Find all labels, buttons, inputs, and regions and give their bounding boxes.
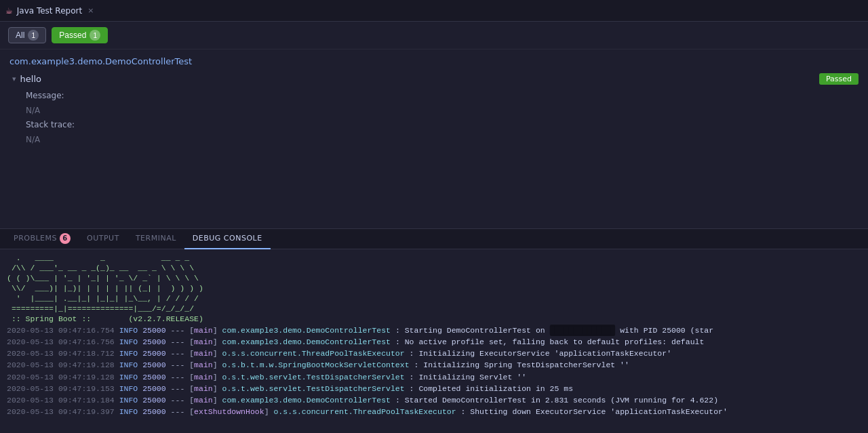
test-item-header: ▾ hello Passed [12, 73, 859, 85]
stack-trace-label: Stack trace: [26, 120, 75, 129]
panel-tabs: PROBLEMS 6 OUTPUT TERMINAL DEBUG CONSOLE [0, 229, 868, 249]
chevron-down-icon[interactable]: ▾ [12, 75, 16, 83]
message-label: Message: [26, 91, 64, 100]
tab-output[interactable]: OUTPUT [79, 229, 127, 249]
bottom-panel: PROBLEMS 6 OUTPUT TERMINAL DEBUG CONSOLE… [0, 229, 868, 432]
all-filter-label: All [16, 30, 24, 40]
stack-trace-value: N/A [26, 135, 40, 144]
console-output[interactable]: . ____ _ __ _ _ /\\ / ___'_ __ _ _(_)_ _… [0, 249, 868, 432]
status-badge: Passed [819, 73, 859, 85]
test-results-panel: com.example3.demo.DemoControllerTest ▾ h… [0, 49, 868, 229]
test-item-left: ▾ hello [12, 74, 41, 84]
test-class-name: com.example3.demo.DemoControllerTest [9, 56, 859, 66]
test-name: hello [20, 74, 41, 84]
filter-bar: All 1 Passed 1 [0, 22, 868, 49]
test-details: Message: N/A Stack trace: N/A [26, 89, 859, 147]
all-count-badge: 1 [28, 30, 39, 41]
test-item: ▾ hello Passed Message: N/A Stack trace:… [12, 73, 859, 147]
all-filter-button[interactable]: All 1 [8, 27, 46, 43]
problems-count-badge: 6 [60, 233, 71, 244]
close-icon[interactable]: × [87, 6, 94, 15]
passed-filter-button[interactable]: Passed 1 [52, 27, 108, 43]
message-value: N/A [26, 106, 40, 115]
tab-debug-console[interactable]: DEBUG CONSOLE [184, 229, 271, 249]
passed-filter-label: Passed [59, 30, 86, 40]
java-icon: ☕ [5, 6, 13, 16]
tab-problems[interactable]: PROBLEMS 6 [5, 229, 79, 249]
tab-terminal[interactable]: TERMINAL [127, 229, 184, 249]
title-bar: ☕ Java Test Report × [0, 0, 868, 22]
title-bar-text: Java Test Report [17, 6, 82, 16]
passed-count-badge: 1 [90, 30, 100, 41]
